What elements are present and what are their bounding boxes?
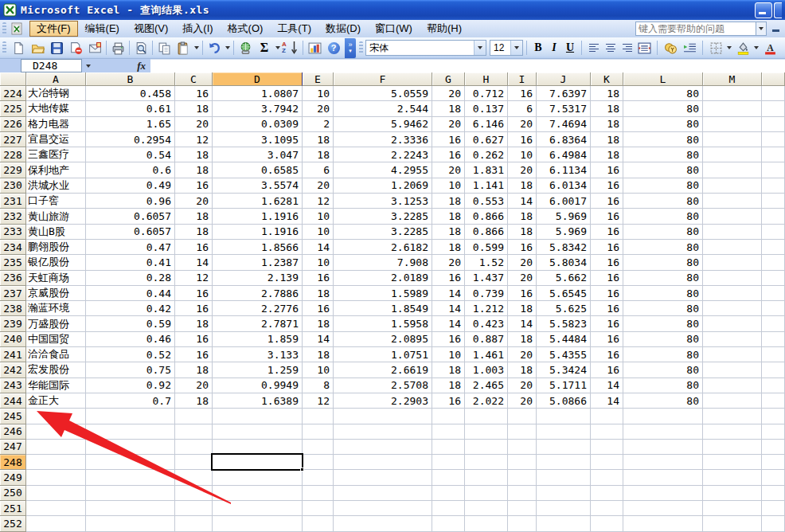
- cell[interactable]: 16: [432, 271, 465, 286]
- cell[interactable]: [762, 378, 785, 393]
- insert-function-icon[interactable]: fx: [95, 59, 150, 72]
- cell[interactable]: 18: [432, 209, 465, 224]
- cell[interactable]: 18: [175, 162, 213, 178]
- cell[interactable]: [703, 86, 762, 101]
- cell[interactable]: [432, 470, 465, 485]
- menu-item[interactable]: 工具(T): [270, 21, 318, 37]
- cell[interactable]: [175, 470, 213, 485]
- cell[interactable]: 12: [303, 194, 334, 209]
- cell[interactable]: [537, 455, 591, 470]
- cell[interactable]: 1.0751: [334, 347, 432, 362]
- cell[interactable]: 16: [175, 86, 213, 101]
- cell[interactable]: [303, 409, 334, 424]
- cell[interactable]: [762, 501, 785, 516]
- cell[interactable]: [762, 362, 785, 377]
- cell[interactable]: 万盛股份: [26, 316, 86, 331]
- row-header[interactable]: 230: [0, 178, 26, 194]
- cell[interactable]: [703, 378, 762, 393]
- cell[interactable]: [762, 255, 785, 270]
- cell[interactable]: 5.4355: [537, 347, 591, 362]
- cell[interactable]: 1.52: [465, 255, 508, 270]
- cell[interactable]: 80: [623, 240, 703, 255]
- cell[interactable]: [508, 424, 537, 440]
- cell[interactable]: 2.2243: [334, 147, 432, 162]
- row-header[interactable]: 248: [0, 455, 26, 470]
- cell[interactable]: 0.2954: [86, 132, 175, 147]
- cell[interactable]: [334, 440, 432, 455]
- font-name-combo[interactable]: 宋体: [365, 40, 486, 56]
- cell[interactable]: [703, 501, 762, 516]
- cell[interactable]: [703, 516, 762, 531]
- cell[interactable]: [591, 501, 623, 516]
- cell[interactable]: 80: [623, 255, 703, 270]
- cell[interactable]: 6: [508, 101, 537, 116]
- help-search-dropdown-icon[interactable]: [756, 22, 767, 36]
- cell[interactable]: [26, 470, 86, 485]
- cell[interactable]: 0.599: [465, 240, 508, 255]
- cell[interactable]: 80: [623, 225, 703, 240]
- row-header[interactable]: 246: [0, 424, 26, 440]
- copy-icon[interactable]: [154, 39, 174, 57]
- row-header[interactable]: 239: [0, 316, 26, 331]
- chart-wizard-icon[interactable]: [305, 39, 324, 57]
- cell[interactable]: 洪城水业: [26, 178, 86, 194]
- cell[interactable]: 18: [175, 225, 213, 240]
- cell[interactable]: 0.423: [465, 316, 508, 331]
- cell[interactable]: 0.6: [86, 162, 175, 178]
- cell[interactable]: 1.259: [213, 362, 303, 377]
- cell[interactable]: 20: [303, 178, 334, 194]
- row-header[interactable]: 227: [0, 132, 26, 147]
- menu-item[interactable]: 窗口(W): [368, 21, 420, 37]
- cell[interactable]: [537, 486, 591, 501]
- font-name-dropdown-icon[interactable]: [474, 41, 486, 55]
- cell[interactable]: 7.6397: [537, 86, 591, 101]
- cell[interactable]: 5.969: [537, 209, 591, 224]
- cell[interactable]: [703, 240, 762, 255]
- cell[interactable]: [508, 440, 537, 455]
- cell[interactable]: [762, 409, 785, 424]
- cell[interactable]: 0.0309: [213, 117, 303, 132]
- name-box-dropdown-icon[interactable]: [82, 59, 95, 72]
- cell[interactable]: 16: [432, 147, 465, 162]
- cell[interactable]: 14: [432, 316, 465, 331]
- cell[interactable]: 18: [432, 240, 465, 255]
- cell[interactable]: 18: [432, 225, 465, 240]
- cell[interactable]: 0.6585: [213, 162, 303, 178]
- cell[interactable]: 0.6057: [86, 225, 175, 240]
- cell[interactable]: [303, 440, 334, 455]
- cell[interactable]: 20: [303, 101, 334, 116]
- row-header[interactable]: 233: [0, 225, 26, 240]
- cell[interactable]: [703, 347, 762, 362]
- cell[interactable]: [703, 409, 762, 424]
- workbook-minimize-icon[interactable]: [771, 23, 783, 34]
- cell[interactable]: 18: [508, 332, 537, 347]
- cell[interactable]: 10: [508, 147, 537, 162]
- cell[interactable]: 16: [591, 332, 623, 347]
- font-color-icon[interactable]: A: [760, 39, 779, 57]
- cell[interactable]: [86, 501, 175, 516]
- cell[interactable]: 6.1134: [537, 162, 591, 178]
- cell[interactable]: [465, 486, 508, 501]
- cell[interactable]: 0.458: [86, 86, 175, 101]
- row-header[interactable]: 238: [0, 301, 26, 316]
- cell[interactable]: [537, 424, 591, 440]
- cell[interactable]: 10: [303, 225, 334, 240]
- cell[interactable]: 0.92: [86, 378, 175, 393]
- cell[interactable]: [703, 255, 762, 270]
- cell[interactable]: 洽洽食品: [26, 347, 86, 362]
- cell[interactable]: 20: [508, 117, 537, 132]
- cell[interactable]: 16: [591, 255, 623, 270]
- minimize-button[interactable]: [755, 2, 772, 18]
- cell[interactable]: [432, 440, 465, 455]
- cell[interactable]: 金正大: [26, 393, 86, 409]
- cell[interactable]: [762, 440, 785, 455]
- cell[interactable]: 华能国际: [26, 378, 86, 393]
- cell[interactable]: 2.7871: [213, 316, 303, 331]
- cell[interactable]: 80: [623, 286, 703, 301]
- cell[interactable]: 3.5574: [213, 178, 303, 194]
- cell[interactable]: 0.7: [86, 393, 175, 409]
- cell[interactable]: 18: [508, 301, 537, 316]
- cell[interactable]: 5.662: [537, 271, 591, 286]
- cell[interactable]: 18: [591, 147, 623, 162]
- cell[interactable]: 中国国贸: [26, 332, 86, 347]
